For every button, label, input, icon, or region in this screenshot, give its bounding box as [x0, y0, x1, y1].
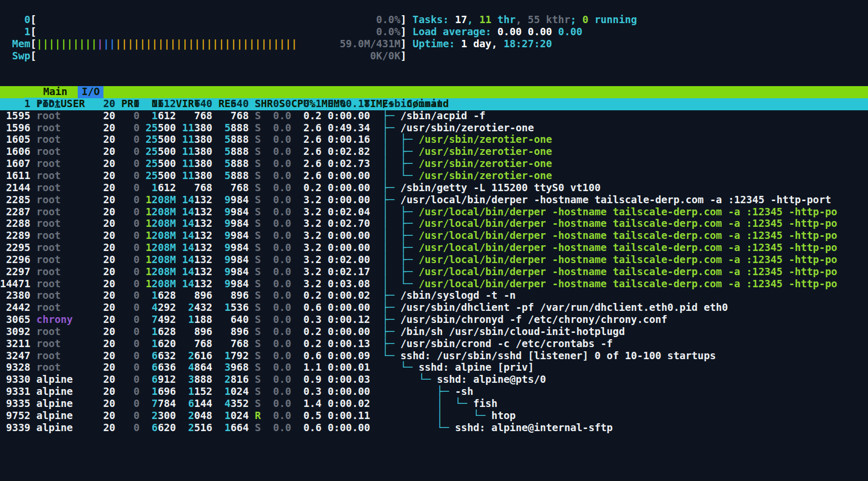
process-row-3211[interactable]: 3211 root 20 0 1620 768 768 S 0.0 0.2 0:…	[0, 338, 868, 350]
process-row-9752[interactable]: 9752 alpine 20 0 2300 2048 1024 R 0.0 0.…	[0, 410, 868, 422]
meters-panel: 0[ 0.0%] Tasks: 17, 11 thr, 55 kthr; 0 r…	[0, 0, 868, 62]
process-row-1595[interactable]: 1595 root 20 0 1612 768 768 S 0.0 0.2 0:…	[0, 110, 868, 122]
swp-meter: Swp[ 0K/0K]	[0, 50, 868, 62]
tab-main[interactable]: Main	[39, 86, 71, 98]
screen-tabs: MainI/O	[0, 74, 868, 86]
process-row-2288[interactable]: 2288 root 20 0 1208M 14132 9984 S 0.0 3.…	[0, 218, 868, 230]
process-row-3065[interactable]: 3065 chrony 20 0 7492 1188 640 S 0.0 0.3…	[0, 314, 868, 326]
process-row-2297[interactable]: 2297 root 20 0 1208M 14132 9984 S 0.0 3.…	[0, 266, 868, 278]
tasks-summary: Tasks: 17, 11 thr, 55 kthr; 0 running	[413, 14, 637, 26]
process-row-9331[interactable]: 9331 alpine 20 0 1696 1152 1024 S 0.0 0.…	[0, 386, 868, 398]
process-row-1596[interactable]: 1596 root 20 0 25500 11380 5888 S 0.0 2.…	[0, 122, 868, 134]
process-row-3247[interactable]: 3247 root 20 0 6632 2616 1792 S 0.0 0.6 …	[0, 350, 868, 362]
process-row-1607[interactable]: 1607 root 20 0 25500 11380 5888 S 0.0 2.…	[0, 158, 868, 170]
process-row-9335[interactable]: 9335 alpine 20 0 7784 6144 4352 S 0.0 1.…	[0, 398, 868, 410]
process-row-14471[interactable]: 14471 root 20 0 1208M 14132 9984 S 0.0 3…	[0, 278, 868, 290]
process-row-3092[interactable]: 3092 root 20 0 1628 896 896 S 0.0 0.2 0:…	[0, 326, 868, 338]
tab-io[interactable]: I/O	[78, 86, 103, 98]
process-row-2380[interactable]: 2380 root 20 0 1628 896 896 S 0.0 0.2 0:…	[0, 290, 868, 302]
process-row-2285[interactable]: 2285 root 20 0 1208M 14132 9984 S 0.0 3.…	[0, 194, 868, 206]
load-average: Load average: 0.00 0.00 0.00	[413, 26, 582, 38]
cpu0-meter: 0[ 0.0%] Tasks: 17, 11 thr, 55 kthr; 0 r…	[0, 14, 868, 26]
process-row-2296[interactable]: 2296 root 20 0 1208M 14132 9984 S 0.0 3.…	[0, 254, 868, 266]
htop-terminal: 0[ 0.0%] Tasks: 17, 11 thr, 55 kthr; 0 r…	[0, 0, 868, 481]
process-row-2287[interactable]: 2287 root 20 0 1208M 14132 9984 S 0.0 3.…	[0, 206, 868, 218]
process-row-9339[interactable]: 9339 alpine 20 0 6620 2516 1664 S 0.0 0.…	[0, 422, 868, 434]
process-row-9330[interactable]: 9330 alpine 20 0 6912 3888 2816 S 0.0 0.…	[0, 374, 868, 386]
table-header: PID△USER PRI NI VIRT RES SHR S CPU% MEM%…	[0, 86, 868, 98]
cpu1-meter: 1[ 0.0%] Load average: 0.00 0.00 0.00	[0, 26, 868, 38]
process-row-1[interactable]: 1 root 20 0 1612 640 640 S 0.0 0.1 0:00.…	[0, 98, 868, 110]
process-row-1606[interactable]: 1606 root 20 0 25500 11380 5888 S 0.0 2.…	[0, 146, 868, 158]
process-row-2295[interactable]: 2295 root 20 0 1208M 14132 9984 S 0.0 3.…	[0, 242, 868, 254]
process-row-9328[interactable]: 9328 root 20 0 6636 4864 3968 S 0.0 1.1 …	[0, 362, 868, 374]
process-row-1605[interactable]: 1605 root 20 0 25500 11380 5888 S 0.0 2.…	[0, 134, 868, 146]
mem-meter: Mem[||||||||||||||||||||||||||||||||||||…	[0, 38, 868, 50]
process-row-2289[interactable]: 2289 root 20 0 1208M 14132 9984 S 0.0 3.…	[0, 230, 868, 242]
uptime: Uptime: 1 day, 18:27:20	[413, 38, 552, 50]
process-row-2442[interactable]: 2442 root 20 0 4292 2432 1536 S 0.0 0.6 …	[0, 302, 868, 314]
process-row-2144[interactable]: 2144 root 20 0 1612 768 768 S 0.0 0.2 0:…	[0, 182, 868, 194]
process-row-1611[interactable]: 1611 root 20 0 25500 11380 5888 S 0.0 2.…	[0, 170, 868, 182]
process-table: 1 root 20 0 1612 640 640 S 0.0 0.1 0:00.…	[0, 98, 868, 434]
